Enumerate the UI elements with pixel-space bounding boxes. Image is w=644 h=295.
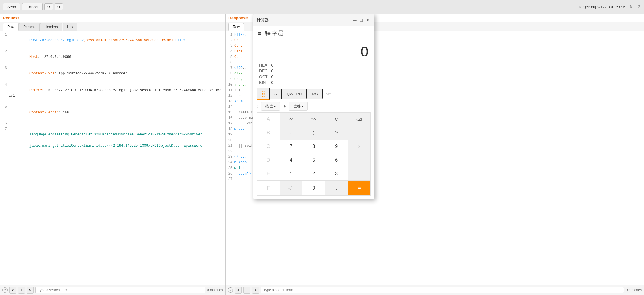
request-search-prev[interactable]: < bbox=[9, 287, 16, 294]
tab-request-params[interactable]: Params bbox=[19, 23, 40, 31]
code-line: 2 Host: 127.0.0.1:9096 bbox=[0, 49, 225, 66]
request-tab-bar: Raw Params Headers Hex bbox=[0, 22, 225, 31]
calc-mode-tabs: ⣿ ∷ QWORD MS M⁺ bbox=[253, 88, 374, 100]
shift-label: 位移 bbox=[293, 104, 301, 109]
code-line: 4 Referer: http://127.0.0.1:9096/h2-cons… bbox=[0, 82, 225, 105]
request-panel: Request Raw Params Headers Hex 1 POST /h… bbox=[0, 14, 226, 295]
key-F[interactable]: F bbox=[257, 181, 280, 195]
response-search-bar: ? < + > 0 matches bbox=[226, 285, 644, 295]
chevron-down-icon: ▾ bbox=[274, 105, 276, 108]
calc-keypad: A << >> C ⌫ B ( ) % ÷ C 7 8 9 × D 4 5 6 … bbox=[257, 112, 371, 196]
nav-right-button[interactable]: › ▾ bbox=[55, 3, 63, 10]
cancel-button[interactable]: Cancel bbox=[22, 3, 42, 10]
arrow-left-icon: ‹ bbox=[47, 5, 48, 9]
bin-label: BIN bbox=[259, 80, 268, 85]
maximize-button[interactable]: □ bbox=[358, 17, 364, 23]
key-E[interactable]: E bbox=[257, 167, 280, 180]
response-search-prev[interactable]: < bbox=[235, 287, 242, 294]
key-lshift[interactable]: << bbox=[280, 113, 302, 126]
tab-mplus[interactable]: M⁺ bbox=[323, 90, 334, 98]
key-clear[interactable]: C bbox=[325, 113, 348, 126]
main-content: Request Raw Params Headers Hex 1 POST /h… bbox=[0, 14, 644, 295]
key-equals[interactable]: = bbox=[348, 181, 370, 195]
calc-display: 0 bbox=[253, 41, 374, 61]
arrow-down-icon2: ▾ bbox=[59, 5, 60, 9]
key-C[interactable]: C bbox=[257, 140, 280, 153]
response-matches: 0 matches bbox=[626, 288, 642, 292]
key-0[interactable]: 0 bbox=[302, 181, 325, 195]
nav-left-button[interactable]: ‹ ▾ bbox=[44, 3, 53, 10]
request-help-icon[interactable]: ? bbox=[2, 287, 8, 293]
code-line: 6 bbox=[0, 121, 225, 127]
key-rparen[interactable]: ) bbox=[302, 126, 325, 140]
key-percent[interactable]: % bbox=[325, 126, 348, 140]
bitwise-button[interactable]: 按位 ▾ bbox=[261, 102, 280, 111]
response-search-next[interactable]: + bbox=[243, 287, 250, 294]
request-search-next[interactable]: + bbox=[18, 287, 25, 294]
key-rshift[interactable]: >> bbox=[302, 113, 325, 126]
key-3[interactable]: 3 bbox=[325, 167, 348, 180]
bin-value[interactable]: 0 bbox=[271, 80, 368, 85]
request-search-bar: ? < + > 0 matches bbox=[0, 285, 225, 295]
target-label: Target: http://127.0.0.1:9096 bbox=[578, 5, 625, 9]
tab-response-raw[interactable]: Raw bbox=[228, 23, 244, 31]
key-6[interactable]: 6 bbox=[325, 153, 348, 167]
key-multiply[interactable]: × bbox=[348, 140, 370, 153]
request-code-area[interactable]: 1 POST /h2-console/login.do?jsessionid=1… bbox=[0, 31, 225, 285]
key-plusminus[interactable]: +/− bbox=[280, 181, 302, 195]
request-matches: 0 matches bbox=[207, 288, 223, 292]
shift-button[interactable]: 位移 ▾ bbox=[289, 102, 308, 111]
bitwise-prefix-icon: ↕ bbox=[257, 104, 259, 109]
oct-label: OCT bbox=[259, 74, 268, 79]
tab-memory[interactable]: ∷ bbox=[270, 89, 282, 99]
calc-title: 计算器 bbox=[257, 18, 352, 23]
hex-label: HEX bbox=[259, 63, 268, 67]
key-plus[interactable]: + bbox=[348, 167, 370, 180]
tab-request-headers[interactable]: Headers bbox=[40, 23, 62, 31]
oct-value[interactable]: 0 bbox=[271, 74, 368, 79]
response-search-input[interactable] bbox=[261, 287, 624, 293]
target-help-button[interactable]: ? bbox=[636, 4, 641, 10]
calc-bases: HEX 0 DEC 0 OCT 0 BIN 0 bbox=[253, 61, 374, 88]
key-divide[interactable]: ÷ bbox=[348, 126, 370, 140]
tab-ms[interactable]: MS bbox=[307, 89, 323, 99]
tab-request-raw[interactable]: Raw bbox=[3, 23, 19, 31]
target-area: Target: http://127.0.0.1:9096 ✎ ? bbox=[578, 3, 641, 10]
tab-request-hex[interactable]: Hex bbox=[63, 23, 77, 31]
hamburger-icon[interactable]: ≡ bbox=[258, 31, 261, 37]
key-A[interactable]: A bbox=[257, 113, 280, 126]
request-search-fwd[interactable]: > bbox=[27, 287, 34, 294]
key-backspace[interactable]: ⌫ bbox=[348, 113, 370, 126]
key-5[interactable]: 5 bbox=[302, 153, 325, 167]
key-decimal[interactable]: . bbox=[325, 181, 348, 195]
key-B[interactable]: B bbox=[257, 126, 280, 140]
calc-mode-header: ≡ 程序员 bbox=[253, 26, 374, 41]
arrow-right-icon: › bbox=[57, 5, 58, 9]
response-search-fwd[interactable]: > bbox=[252, 287, 259, 294]
key-1[interactable]: 1 bbox=[280, 167, 302, 180]
key-4[interactable]: 4 bbox=[280, 153, 302, 167]
minimize-button[interactable]: ─ bbox=[352, 17, 358, 23]
dec-value[interactable]: 0 bbox=[271, 69, 368, 73]
response-help-icon[interactable]: ? bbox=[228, 287, 233, 293]
key-7[interactable]: 7 bbox=[280, 140, 302, 153]
hex-value[interactable]: 0 bbox=[271, 63, 368, 67]
calc-mode-title: 程序员 bbox=[265, 29, 284, 38]
key-9[interactable]: 9 bbox=[325, 140, 348, 153]
key-2[interactable]: 2 bbox=[302, 167, 325, 180]
bitwise-label: 按位 bbox=[265, 104, 273, 109]
key-8[interactable]: 8 bbox=[302, 140, 325, 153]
arrow-down-icon: ▾ bbox=[49, 5, 50, 9]
key-D[interactable]: D bbox=[257, 153, 280, 167]
edit-target-button[interactable]: ✎ bbox=[628, 3, 634, 10]
close-button[interactable]: ✕ bbox=[364, 17, 371, 23]
tab-grid[interactable]: ⣿ bbox=[257, 88, 270, 100]
shift-prefix-icon: ≫ bbox=[282, 104, 287, 109]
key-lparen[interactable]: ( bbox=[280, 126, 302, 140]
send-button[interactable]: Send bbox=[3, 3, 20, 10]
request-search-input[interactable] bbox=[35, 287, 205, 293]
code-line: 1 POST /h2-console/login.do?jsessionid=1… bbox=[0, 32, 225, 49]
key-minus[interactable]: − bbox=[348, 153, 370, 167]
code-line: 3 Content-Type: application/x-www-form-u… bbox=[0, 65, 225, 82]
tab-qword[interactable]: QWORD bbox=[282, 89, 307, 99]
